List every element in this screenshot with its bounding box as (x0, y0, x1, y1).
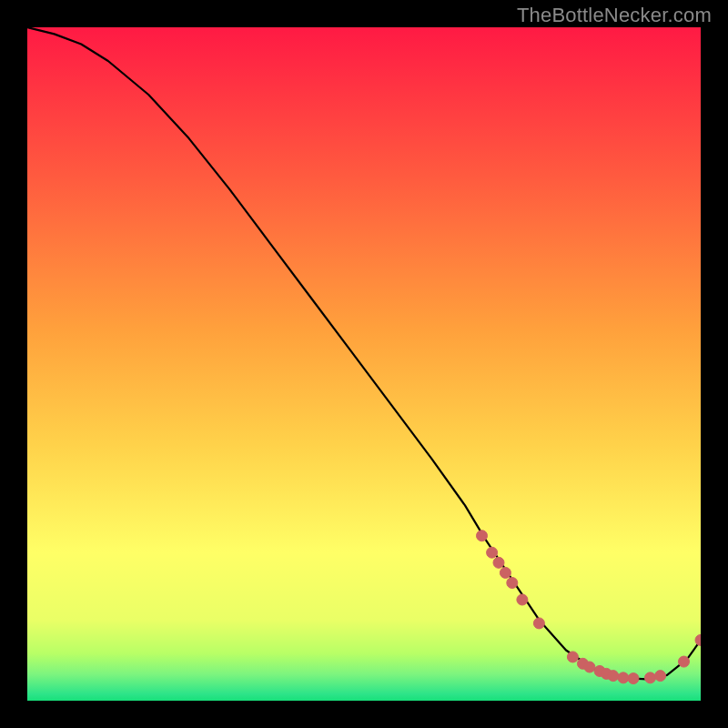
data-point-marker (645, 672, 656, 683)
heatmap-background (27, 27, 701, 701)
data-point-marker (487, 547, 498, 558)
data-point-marker (507, 578, 518, 589)
data-point-marker (628, 673, 639, 684)
attribution-label: TheBottleNecker.com (517, 4, 712, 27)
data-point-marker (618, 672, 629, 683)
data-point-marker (517, 594, 528, 605)
data-point-marker (500, 567, 511, 578)
plot-area (27, 27, 701, 701)
data-point-marker (608, 671, 619, 682)
chart-svg (27, 27, 701, 701)
data-point-marker (679, 656, 690, 667)
data-point-marker (567, 652, 578, 662)
chart-stage: TheBottleNecker.com (0, 0, 728, 728)
data-point-marker (477, 531, 488, 541)
data-point-marker (493, 557, 504, 568)
data-point-marker (533, 618, 544, 629)
data-point-marker (655, 671, 666, 682)
data-point-marker (584, 662, 595, 672)
